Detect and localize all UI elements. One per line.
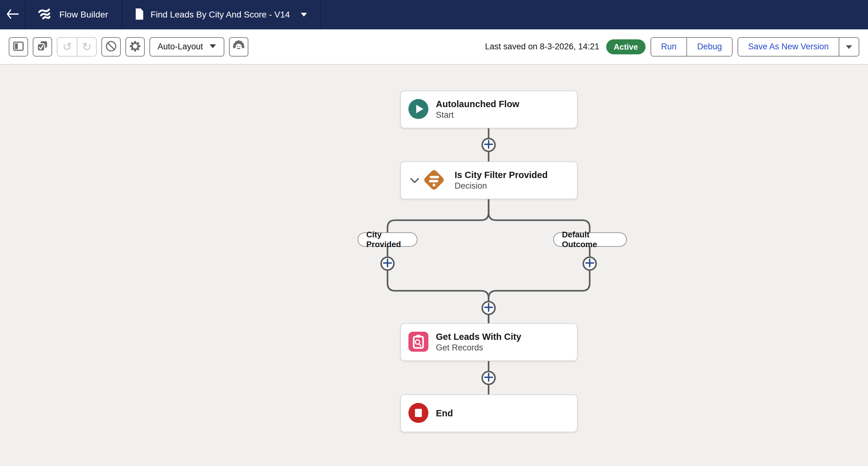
save-as-new-version-button[interactable]: Save As New Version [738,38,839,56]
settings-button[interactable] [125,37,145,57]
layout-selector-value: Auto-Layout [158,42,203,52]
plus-icon [382,257,393,270]
flow-title: Find Leads By City And Score - V14 [150,10,290,20]
add-element-button[interactable] [380,256,395,271]
redo-icon: ↻ [82,41,91,53]
save-options-button[interactable] [839,38,859,56]
chevron-down-icon [410,178,419,183]
node-start[interactable]: Autolaunched Flow Start [400,91,578,128]
node-title: Get Leads With City [436,332,521,341]
flow-builder-waves-icon [38,7,53,23]
undo-icon: ↺ [62,41,72,53]
branch-label-default-outcome: Default Outcome [553,232,627,247]
node-subtitle: Decision [455,182,548,190]
back-arrow-icon [6,9,19,20]
node-subtitle: Start [436,111,519,119]
einstein-icon [232,40,245,54]
plus-icon [483,139,494,151]
stop-icon [408,403,428,424]
back-button[interactable] [0,0,26,29]
node-subtitle: Get Records [436,344,521,352]
branch-label-city-provided: City Provided [358,232,417,247]
node-title: End [436,409,453,418]
chevron-down-icon [209,44,216,50]
app-title: Flow Builder [59,10,108,20]
flow-canvas[interactable]: Autolaunched Flow Start Is City Filter P… [0,65,868,466]
flow-toolbar: ↺ ↻ [0,29,868,65]
redo-button[interactable]: ↻ [77,38,96,56]
file-icon [135,8,144,22]
undo-button[interactable]: ↺ [57,38,77,56]
select-elements-button[interactable] [33,37,52,57]
node-get-records[interactable]: Get Leads With City Get Records [400,323,578,361]
plus-icon [584,257,595,270]
run-debug-group: Run Debug [651,37,733,57]
node-title: Autolaunched Flow [436,99,519,109]
disable-elements-button[interactable] [101,37,121,57]
chevron-down-icon [301,12,307,17]
toggle-panel-icon [12,41,24,53]
add-element-button[interactable] [583,256,597,271]
save-group: Save As New Version [738,37,859,57]
last-saved-text: Last saved on 8-3-2026, 14:21 [485,42,599,52]
status-badge: Active [606,39,646,54]
debug-button[interactable]: Debug [686,38,732,56]
plus-icon [483,372,494,384]
flow-builder-brand: Flow Builder [26,0,122,29]
clipboard-search-icon [408,332,428,353]
plus-icon [483,302,494,314]
collapse-toggle[interactable] [408,178,422,183]
node-title: Is City Filter Provided [455,171,548,180]
einstein-button[interactable] [229,37,248,57]
add-element-button[interactable] [482,138,496,152]
app-header: Flow Builder Find Leads By City And Scor… [0,0,868,29]
gear-icon [129,40,141,54]
add-element-button[interactable] [482,371,496,385]
toggle-panel-button[interactable] [9,37,28,57]
node-decision[interactable]: Is City Filter Provided Decision [400,162,578,199]
chevron-down-icon [845,42,852,52]
toolbar-right-group: Last saved on 8-3-2026, 14:21 Active Run… [485,37,859,57]
run-button[interactable]: Run [651,38,687,56]
toolbar-left-group: ↺ ↻ [9,37,248,57]
add-element-button[interactable] [482,301,496,315]
undo-redo-group: ↺ ↻ [57,37,97,57]
select-elements-icon [36,40,49,53]
play-icon [408,99,428,120]
slash-circle-icon [105,40,117,53]
flow-title-menu[interactable]: Find Leads By City And Score - V14 [122,0,320,29]
signpost-diamond-icon [422,167,446,194]
layout-selector[interactable]: Auto-Layout [150,37,224,57]
node-end[interactable]: End [400,395,578,432]
